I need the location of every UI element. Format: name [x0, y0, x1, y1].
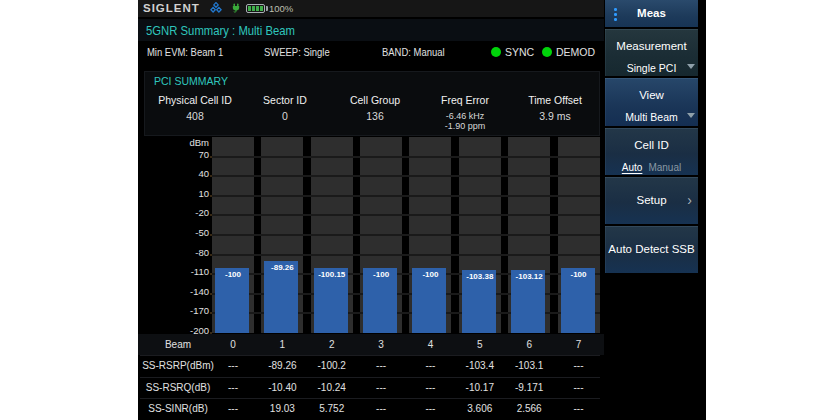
y-axis-tickmark: [210, 175, 212, 177]
gridline: [212, 254, 600, 256]
band-status: BAND: Manual: [382, 42, 445, 62]
softkey-setup[interactable]: Setup›: [605, 177, 698, 224]
pci-summary-title: PCI SUMMARY: [154, 75, 228, 87]
softkey-menu: Meas MeasurementSingle PCIViewMulti Beam…: [604, 0, 706, 420]
beam-bar-chart: -100-89.26-100.15-100-100-103.38-103.12-…: [212, 137, 600, 333]
page-title: 5GNR Summary : Multi Beam: [146, 23, 295, 38]
gridline: [212, 234, 600, 236]
table-cell: 4: [406, 334, 454, 355]
table-cell: 6: [505, 334, 553, 355]
title-bar: 5GNR Summary : Multi Beam: [138, 19, 604, 41]
table-cell: ---: [555, 377, 603, 398]
table-cell: 3: [357, 334, 405, 355]
table-cell: 1: [258, 334, 306, 355]
gridline: [212, 195, 600, 197]
y-axis-tick-label: -80: [138, 247, 209, 259]
pci-field-value: 136: [330, 110, 420, 123]
softkey-view[interactable]: ViewMulti Beam: [605, 78, 698, 125]
battery-charge-segment: [256, 6, 259, 11]
gridline: [212, 156, 600, 158]
y-axis-tickmark: [210, 293, 212, 295]
option-manual[interactable]: Manual: [648, 162, 681, 173]
y-axis-tickmark: [210, 234, 212, 236]
option-auto[interactable]: Auto: [622, 162, 643, 173]
y-axis-tickmark: [210, 254, 212, 256]
pci-field: Cell Group136: [330, 93, 420, 123]
battery-charge-segment: [252, 6, 255, 11]
softkey-value: Multi Beam: [605, 110, 698, 124]
demod-label: DEMOD: [556, 42, 595, 62]
table-cell: ---: [357, 377, 405, 398]
y-axis-tick-label: 10: [138, 188, 209, 200]
table-cell: 7: [555, 334, 603, 355]
softkey-options: AutoManual: [605, 161, 698, 175]
pci-field-value2: -1.90 ppm: [420, 121, 510, 131]
softkey-title: View: [605, 88, 698, 102]
y-axis-tick-label: -170: [138, 305, 209, 317]
menu-header-label: Meas: [605, 0, 698, 27]
battery-charge-segment: [260, 6, 263, 11]
table-cell: 5: [456, 334, 504, 355]
power-plug-icon: [231, 2, 241, 14]
gridline: [212, 214, 600, 216]
y-axis-tick-label: 70: [138, 149, 209, 161]
pci-field-value: -6.46 kHz: [420, 111, 510, 121]
table-cell: -89.26: [258, 355, 306, 376]
softkey-cell-id[interactable]: Cell IDAutoManual: [605, 128, 698, 175]
instrument-screen: SIGLENT 100% 5GNR Summary : Multi Beam M…: [138, 0, 706, 420]
table-row-label: SS-RSRQ(dB): [138, 377, 218, 398]
submenu-chevron-icon: ›: [687, 177, 692, 224]
battery-percentage: 100%: [269, 3, 293, 14]
softkey-value: Single PCI: [605, 61, 698, 75]
bar-value-label: -100: [360, 270, 402, 279]
table-row-label: SS-SINR(dB): [138, 398, 218, 419]
battery-charge-segment: [248, 6, 251, 11]
table-cell: ---: [555, 398, 603, 419]
table-cell: -100.2: [308, 355, 356, 376]
bar-value-label: -100: [409, 270, 451, 279]
pci-summary-panel: PCI SUMMARY Physical Cell ID408Sector ID…: [144, 71, 600, 136]
softkey-title: Cell ID: [605, 138, 698, 152]
softkey-auto-detect-ssb[interactable]: Auto Detect SSB: [605, 226, 698, 273]
table-row-label: SS-RSRP(dBm): [138, 355, 218, 376]
y-axis-tickmark: [210, 214, 212, 216]
sweep-status: SWEEP: Single: [264, 42, 330, 62]
battery-tip: [266, 6, 269, 11]
bar-value-label: -100.15: [311, 270, 353, 279]
pci-field-label: Physical Cell ID: [150, 93, 240, 108]
softkey-measurement[interactable]: MeasurementSingle PCI: [605, 29, 698, 76]
table-cell: 3.606: [456, 398, 504, 419]
dropdown-arrow-icon: [687, 64, 695, 69]
table-cell: -10.17: [456, 377, 504, 398]
pci-field-value: 3.9 ms: [510, 110, 600, 123]
table-cell: -9.171: [505, 377, 553, 398]
y-axis-tickmark: [210, 195, 212, 197]
pci-field: Time Offset3.9 ms: [510, 93, 600, 123]
dropdown-arrow-icon: [687, 113, 695, 118]
top-status-bar: SIGLENT 100%: [138, 0, 604, 17]
table-cell: 0: [209, 334, 257, 355]
pci-field-label: Sector ID: [240, 93, 330, 108]
table-cell: ---: [406, 355, 454, 376]
sync-label: SYNC: [505, 42, 534, 62]
table-cell: 19.03: [258, 398, 306, 419]
sync-led-icon: [491, 47, 501, 57]
table-cell: ---: [555, 355, 603, 376]
table-cell: -10.24: [308, 377, 356, 398]
table-row: SS-RSRP(dBm)----89.26-100.2-------103.4-…: [138, 355, 604, 376]
bar-value-label: -103.38: [459, 272, 501, 281]
menu-header[interactable]: Meas: [605, 0, 698, 27]
gridline: [212, 175, 600, 177]
pci-field-label: Freq Error: [420, 93, 510, 108]
table-cell: ---: [357, 398, 405, 419]
y-axis-tickmark: [210, 312, 212, 314]
pci-field-value: 408: [150, 110, 240, 123]
table-row: SS-RSRQ(dB)----10.40-10.24-------10.17-9…: [138, 377, 604, 398]
table-cell: -103.1: [505, 355, 553, 376]
softkey-title: Measurement: [605, 39, 698, 53]
y-axis-tick-label: -140: [138, 286, 209, 298]
y-axis-unit: dBm: [138, 137, 209, 149]
bar-value-label: -100: [212, 270, 254, 279]
table-cell: ---: [357, 355, 405, 376]
table-cell: ---: [209, 377, 257, 398]
